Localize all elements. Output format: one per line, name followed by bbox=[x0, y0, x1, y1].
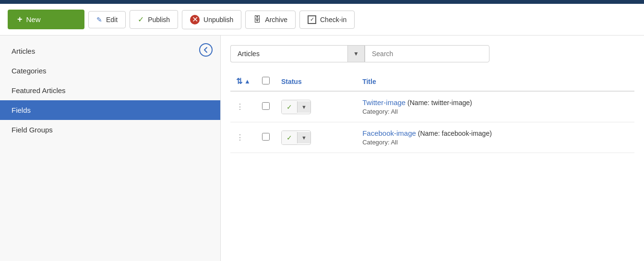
plus-icon: + bbox=[17, 14, 23, 24]
sort-up-down-icon[interactable]: ⇅ bbox=[236, 77, 242, 86]
drag-handle-icon[interactable]: ⋮ bbox=[236, 133, 244, 142]
filter-bar: Articles ▼ bbox=[230, 45, 634, 62]
article-category: Category: All bbox=[362, 139, 629, 146]
sort-up-icon[interactable]: ▲ bbox=[244, 78, 250, 85]
row-checkbox[interactable] bbox=[262, 133, 270, 141]
archive-icon: 🗄 bbox=[253, 15, 261, 24]
new-label: New bbox=[26, 15, 41, 24]
status-dropdown-icon[interactable]: ▼ bbox=[297, 132, 310, 143]
select-all-checkbox[interactable] bbox=[262, 77, 270, 84]
title-cell: Twitter-image (Name: twitter-image) Cate… bbox=[357, 91, 634, 122]
article-category: Category: All bbox=[362, 108, 629, 115]
checkin-label: Check-in bbox=[320, 16, 346, 24]
article-title-link[interactable]: Twitter-image bbox=[362, 98, 405, 107]
archive-button[interactable]: 🗄 Archive bbox=[245, 11, 296, 29]
unpublish-button[interactable]: ✕ Unpublish bbox=[182, 10, 241, 29]
drag-handle-cell: ⋮ bbox=[230, 91, 256, 122]
publish-button[interactable]: ✓ Publish bbox=[130, 10, 178, 29]
select-arrow-icon: ▼ bbox=[347, 45, 365, 62]
th-title: Title bbox=[357, 72, 634, 91]
checkin-icon: ✓ bbox=[308, 15, 316, 24]
sidebar-item-field-groups[interactable]: Field Groups bbox=[0, 120, 220, 140]
th-status: Status bbox=[275, 72, 357, 91]
table-row: ⋮ ✓ ▼ Twitter-image bbox=[230, 91, 634, 122]
edit-icon: ✎ bbox=[96, 16, 102, 24]
top-bar bbox=[0, 0, 644, 4]
search-input[interactable] bbox=[365, 45, 489, 62]
content-area: Articles ▼ ⇅ ▲ bbox=[221, 36, 644, 261]
sidebar-item-fields[interactable]: Fields bbox=[0, 100, 220, 120]
title-cell: Facebook-image (Name: facebook-image) Ca… bbox=[357, 122, 634, 153]
row-checkbox-cell bbox=[256, 91, 275, 122]
sidebar-item-categories[interactable]: Categories bbox=[0, 61, 220, 81]
x-icon: ✕ bbox=[190, 15, 200, 24]
sidebar: Articles Categories Featured Articles Fi… bbox=[0, 36, 221, 261]
check-icon: ✓ bbox=[138, 15, 144, 24]
drag-handle-cell: ⋮ bbox=[230, 122, 256, 153]
status-check-icon: ✓ bbox=[282, 100, 297, 114]
category-select[interactable]: Articles bbox=[230, 45, 365, 62]
articles-table: ⇅ ▲ Status Title bbox=[230, 72, 634, 153]
new-button[interactable]: + New bbox=[8, 10, 84, 29]
checkin-button[interactable]: ✓ Check-in bbox=[299, 11, 355, 29]
edit-label: Edit bbox=[106, 16, 118, 24]
status-dropdown-icon[interactable]: ▼ bbox=[297, 101, 310, 113]
sidebar-item-articles[interactable]: Articles bbox=[0, 41, 220, 61]
drag-handle-icon[interactable]: ⋮ bbox=[236, 103, 244, 111]
publish-label: Publish bbox=[148, 16, 170, 24]
status-cell: ✓ ▼ bbox=[275, 91, 357, 122]
toolbar: + New ✎ Edit ✓ Publish ✕ Unpublish 🗄 Arc… bbox=[0, 4, 644, 36]
sidebar-item-featured-articles[interactable]: Featured Articles bbox=[0, 81, 220, 100]
th-drag: ⇅ ▲ bbox=[230, 72, 256, 91]
th-checkbox bbox=[256, 72, 275, 91]
article-name-detail: (Name: twitter-image) bbox=[407, 99, 472, 107]
table-row: ⋮ ✓ ▼ Facebook-image (Name bbox=[230, 122, 634, 153]
svg-point-0 bbox=[200, 44, 212, 56]
row-checkbox[interactable] bbox=[262, 102, 270, 110]
article-name-detail: (Name: facebook-image) bbox=[418, 130, 492, 137]
status-check-icon: ✓ bbox=[282, 131, 297, 144]
sidebar-back-button[interactable] bbox=[199, 43, 213, 58]
edit-button[interactable]: ✎ Edit bbox=[88, 11, 126, 28]
status-cell: ✓ ▼ bbox=[275, 122, 357, 153]
row-checkbox-cell bbox=[256, 122, 275, 153]
unpublish-label: Unpublish bbox=[203, 16, 233, 24]
archive-label: Archive bbox=[265, 16, 287, 24]
article-title-link[interactable]: Facebook-image bbox=[362, 129, 416, 137]
